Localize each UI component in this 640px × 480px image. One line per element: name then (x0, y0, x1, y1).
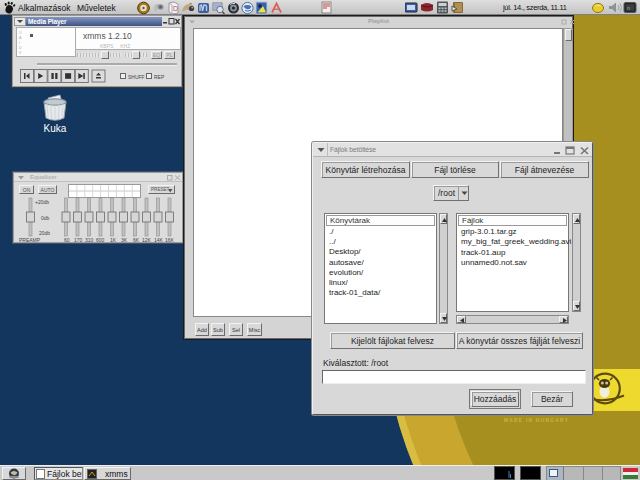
svg-text:D: D (173, 5, 178, 12)
svg-text:n: n (627, 5, 630, 11)
svg-text:MADE IN HUNGARY: MADE IN HUNGARY (504, 418, 569, 423)
